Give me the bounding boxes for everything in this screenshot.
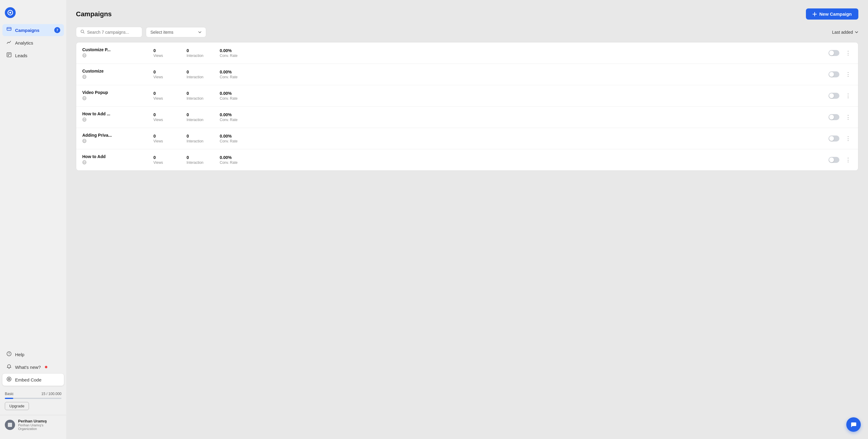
views-label: Views [153,139,175,143]
sidebar-item-embed-code-label: Embed Code [15,377,41,382]
sidebar-item-leads[interactable]: Leads [2,49,64,61]
campaign-more-button[interactable]: ⋮ [844,156,852,164]
nav-items: Campaigns 7 Analytics Leads [0,24,66,346]
chat-bubble-button[interactable] [846,417,861,432]
views-label: Views [153,96,175,101]
campaign-toggle[interactable] [829,157,839,163]
views-value: 0 [153,112,175,117]
interaction-label: Interaction [187,161,208,165]
sidebar-item-whats-new[interactable]: What's new? [2,361,64,373]
campaign-row: Video Popup 0 Views 0 Interaction 0.00% … [76,85,858,107]
conv-rate-value: 0.00% [220,134,241,138]
plan-section: Basic 15 / 100.000 Upgrade [0,388,66,414]
campaign-more-button[interactable]: ⋮ [844,135,852,142]
page-header: Campaigns New Campaign [76,8,858,20]
select-items-dropdown[interactable]: Select items [146,27,206,37]
campaign-toggle[interactable] [829,135,839,141]
search-input[interactable] [87,30,135,35]
svg-rect-2 [7,27,11,30]
svg-text:?: ? [8,352,10,356]
sidebar-item-campaigns[interactable]: Campaigns 7 [2,24,64,36]
stat-interaction: 0 Interaction [187,155,208,165]
campaign-row: Customize P... 0 Views 0 Interaction 0.0… [76,42,858,64]
user-org: Perihan Uramış's Organization [18,423,61,431]
views-value: 0 [153,155,175,160]
sidebar-item-help-label: Help [15,352,24,357]
campaign-name: How to Add [82,154,149,159]
campaign-name: Customize P... [82,47,149,52]
campaign-globe-icon [82,118,87,123]
campaign-globe-icon [82,96,87,101]
sidebar-item-help[interactable]: ? Help [2,348,64,361]
app-logo [5,7,16,18]
sidebar-item-analytics[interactable]: Analytics [2,37,64,49]
campaign-more-button[interactable]: ⋮ [844,113,852,121]
views-value: 0 [153,91,175,96]
sidebar-item-whats-new-label: What's new? [15,365,41,370]
new-campaign-button[interactable]: New Campaign [806,8,858,20]
embed-icon [6,377,12,383]
stat-group: 0 Views 0 Interaction 0.00% Conv. Rate [153,70,824,79]
views-label: Views [153,161,175,165]
conv-rate-value: 0.00% [220,48,241,53]
campaign-actions: ⋮ [829,156,852,164]
campaign-toggle[interactable] [829,114,839,120]
campaign-toggle[interactable] [829,50,839,56]
campaign-more-button[interactable]: ⋮ [844,70,852,78]
campaign-name: Customize [82,69,149,73]
sort-chevron-icon [855,30,858,34]
stat-views: 0 Views [153,91,175,101]
campaign-name-col: Customize P... [82,47,149,59]
campaign-name-col: Customize [82,69,149,80]
plan-label: Basic 15 / 100.000 [5,392,61,396]
sidebar-item-campaigns-label: Campaigns [15,28,39,33]
new-campaign-label: New Campaign [819,11,852,16]
stat-interaction: 0 Interaction [187,112,208,122]
sort-button[interactable]: Last added [832,30,858,35]
stat-interaction: 0 Interaction [187,134,208,143]
stat-conv-rate: 0.00% Conv. Rate [220,91,241,101]
stat-group: 0 Views 0 Interaction 0.00% Conv. Rate [153,112,824,122]
campaign-actions: ⋮ [829,70,852,78]
interaction-value: 0 [187,48,208,53]
sidebar-item-embed-code[interactable]: Embed Code [2,374,64,386]
stat-conv-rate: 0.00% Conv. Rate [220,134,241,143]
views-label: Views [153,75,175,79]
campaign-row: Adding Priva... 0 Views 0 Interaction 0.… [76,128,858,149]
campaign-name: Adding Priva... [82,133,149,138]
svg-rect-4 [8,54,9,55]
campaign-actions: ⋮ [829,113,852,121]
svg-rect-12 [8,423,12,427]
campaign-toggle[interactable] [829,93,839,99]
campaigns-badge: 7 [54,27,60,33]
plan-usage: 15 / 100.000 [41,392,61,396]
interaction-label: Interaction [187,96,208,101]
logo-area [0,5,66,24]
plan-usage-bar-fill [5,398,13,399]
campaign-more-button[interactable]: ⋮ [844,92,852,100]
search-box[interactable] [76,27,142,37]
campaign-name-col: How to Add [82,154,149,166]
views-value: 0 [153,48,175,53]
campaign-toggle[interactable] [829,71,839,77]
campaign-more-button[interactable]: ⋮ [844,49,852,57]
campaign-row: How to Add 0 Views 0 Interaction 0.00% C… [76,149,858,170]
stat-views: 0 Views [153,134,175,143]
page-title: Campaigns [76,10,112,18]
campaign-globe-icon [82,75,87,80]
stat-views: 0 Views [153,112,175,122]
stat-group: 0 Views 0 Interaction 0.00% Conv. Rate [153,91,824,101]
upgrade-button[interactable]: Upgrade [5,402,29,410]
conv-rate-value: 0.00% [220,91,241,96]
svg-point-13 [81,30,84,33]
stat-views: 0 Views [153,70,175,79]
interaction-label: Interaction [187,118,208,122]
campaign-name: How to Add ... [82,111,149,116]
conv-rate-label: Conv. Rate [220,54,241,58]
bell-icon [6,364,12,370]
svg-point-1 [9,12,11,13]
conv-rate-label: Conv. Rate [220,96,241,101]
campaign-name-col: Adding Priva... [82,133,149,144]
stat-interaction: 0 Interaction [187,91,208,101]
campaign-name-col: Video Popup [82,90,149,101]
